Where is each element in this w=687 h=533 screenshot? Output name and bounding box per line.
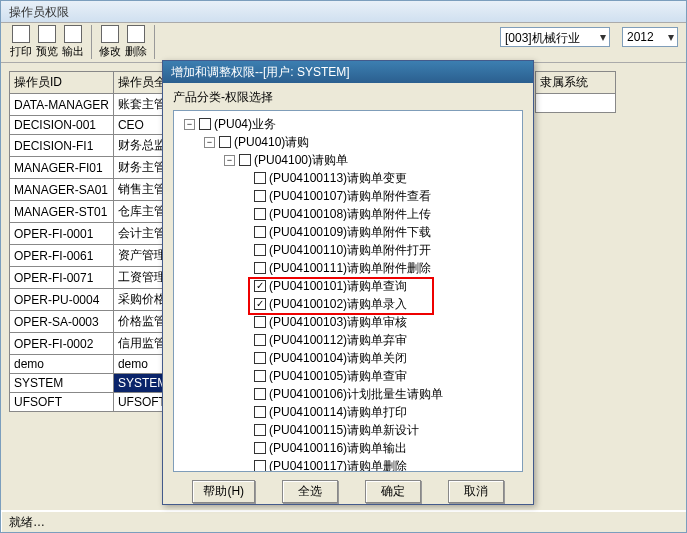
tree-label: (PU04100110)请购单附件打开 [269, 241, 431, 259]
collapse-icon[interactable]: − [184, 119, 195, 130]
tree-label: (PU04)业务 [214, 115, 276, 133]
tree-label: (PU04100112)请购单弃审 [269, 331, 407, 349]
tree-item[interactable]: (PU04100117)请购单删除 [176, 457, 520, 472]
tree-label: (PU04100109)请购单附件下载 [269, 223, 431, 241]
tree-item[interactable]: (PU04100114)请购单打印 [176, 403, 520, 421]
table-row[interactable]: OPER-PU-0004采购价格 [10, 289, 172, 311]
permission-tree[interactable]: −(PU04)业务 −(PU0410)请购 −(PU04100)请购单 (PU0… [173, 110, 523, 472]
checkbox[interactable] [199, 118, 211, 130]
cell-id: UFSOFT [10, 393, 114, 412]
tree-item[interactable]: (PU04100101)请购单查询 [176, 277, 520, 295]
cell-id: MANAGER-FI01 [10, 157, 114, 179]
table-row[interactable]: OPER-FI-0061资产管理 [10, 245, 172, 267]
tree-item[interactable]: (PU04100113)请购单变更 [176, 169, 520, 187]
toolbar: 打印 预览 输出 修改 删除 [003]机械行业 2012 [1, 23, 686, 63]
cell-id: OPER-PU-0004 [10, 289, 114, 311]
table-row[interactable]: DECISION-001CEO [10, 116, 172, 135]
table-row[interactable]: DATA-MANAGER账套主管 [10, 94, 172, 116]
checkbox[interactable] [254, 262, 266, 274]
col-id[interactable]: 操作员ID [10, 72, 114, 94]
table-row[interactable]: OPER-FI-0001会计主管 [10, 223, 172, 245]
print-icon [12, 25, 30, 43]
dialog-title: 增加和调整权限--[用户: SYSTEM] [163, 61, 533, 83]
table-row[interactable]: MANAGER-FI01财务主管 [10, 157, 172, 179]
checkbox[interactable] [254, 334, 266, 346]
checkbox[interactable] [254, 244, 266, 256]
help-button[interactable]: 帮助(H) [192, 480, 255, 503]
checkbox[interactable] [254, 298, 266, 310]
print-button[interactable]: 打印 [9, 25, 33, 59]
tree-item[interactable]: (PU04100115)请购单新设计 [176, 421, 520, 439]
modify-button[interactable]: 修改 [98, 25, 122, 59]
checkbox[interactable] [254, 208, 266, 220]
table-row[interactable]: SYSTEMSYSTEM [10, 374, 172, 393]
tree-label: (PU04100104)请购单关闭 [269, 349, 407, 367]
tree-label: (PU04100101)请购单查询 [269, 277, 407, 295]
table-row[interactable]: OPER-FI-0002信用监管 [10, 333, 172, 355]
select-all-button[interactable]: 全选 [282, 480, 338, 503]
tree-item[interactable]: (PU04100110)请购单附件打开 [176, 241, 520, 259]
tree-item[interactable]: (PU04100104)请购单关闭 [176, 349, 520, 367]
tree-label: (PU04100108)请购单附件上传 [269, 205, 431, 223]
cell-id: OPER-FI-0002 [10, 333, 114, 355]
output-button[interactable]: 输出 [61, 25, 85, 59]
table-row[interactable]: UFSOFTUFSOFT [10, 393, 172, 412]
table-row[interactable]: OPER-FI-0071工资管理 [10, 267, 172, 289]
tree-item[interactable]: (PU04100106)计划批量生请购单 [176, 385, 520, 403]
tree-item[interactable]: (PU04100105)请购单查审 [176, 367, 520, 385]
tree-label: (PU04100106)计划批量生请购单 [269, 385, 443, 403]
cell-id: DECISION-FI1 [10, 135, 114, 157]
filter-combo[interactable]: [003]机械行业 [500, 27, 610, 47]
checkbox[interactable] [254, 442, 266, 454]
collapse-icon[interactable]: − [204, 137, 215, 148]
checkbox[interactable] [254, 460, 266, 472]
tree-item[interactable]: (PU04100116)请购单输出 [176, 439, 520, 457]
table-row[interactable]: MANAGER-ST01仓库主管 [10, 201, 172, 223]
tree-label: (PU04100116)请购单输出 [269, 439, 407, 457]
checkbox[interactable] [219, 136, 231, 148]
tree-item[interactable]: (PU04100112)请购单弃审 [176, 331, 520, 349]
tree-item[interactable]: (PU04100111)请购单附件删除 [176, 259, 520, 277]
checkbox[interactable] [254, 352, 266, 364]
table-row[interactable]: OPER-SA-0003价格监管 [10, 311, 172, 333]
table-row[interactable]: demodemo [10, 355, 172, 374]
checkbox[interactable] [254, 316, 266, 328]
checkbox[interactable] [254, 370, 266, 382]
tree-item[interactable]: (PU04100107)请购单附件查看 [176, 187, 520, 205]
checkbox[interactable] [254, 388, 266, 400]
checkbox[interactable] [254, 424, 266, 436]
preview-button[interactable]: 预览 [35, 25, 59, 59]
main-title: 操作员权限 [1, 1, 686, 23]
table-row[interactable]: DECISION-FI1财务总监 [10, 135, 172, 157]
tree-label: (PU04100107)请购单附件查看 [269, 187, 431, 205]
collapse-icon[interactable]: − [224, 155, 235, 166]
cell-id: DATA-MANAGER [10, 94, 114, 116]
checkbox[interactable] [254, 280, 266, 292]
table-row[interactable]: MANAGER-SA01销售主管 [10, 179, 172, 201]
tree-label: (PU04100115)请购单新设计 [269, 421, 419, 439]
ok-button[interactable]: 确定 [365, 480, 421, 503]
group-label: 产品分类-权限选择 [173, 89, 523, 106]
tree-item[interactable]: (PU04100103)请购单审核 [176, 313, 520, 331]
cell-id: DECISION-001 [10, 116, 114, 135]
cancel-button[interactable]: 取消 [448, 480, 504, 503]
checkbox[interactable] [254, 226, 266, 238]
cell-id: OPER-FI-0001 [10, 223, 114, 245]
checkbox[interactable] [254, 406, 266, 418]
tree-label: (PU04100103)请购单审核 [269, 313, 407, 331]
tree-label: (PU0410)请购 [234, 133, 309, 151]
checkbox[interactable] [254, 190, 266, 202]
tree-item[interactable]: (PU04100109)请购单附件下载 [176, 223, 520, 241]
tree-label: (PU04100111)请购单附件删除 [269, 259, 431, 277]
tree-item[interactable]: (PU04100102)请购单录入 [176, 295, 520, 313]
col-sys[interactable]: 隶属系统 [536, 72, 616, 94]
preview-icon [38, 25, 56, 43]
year-combo[interactable]: 2012 [622, 27, 678, 47]
delete-button[interactable]: 删除 [124, 25, 148, 59]
checkbox[interactable] [254, 172, 266, 184]
output-icon [64, 25, 82, 43]
checkbox[interactable] [239, 154, 251, 166]
tree-item[interactable]: (PU04100108)请购单附件上传 [176, 205, 520, 223]
permission-dialog: 增加和调整权限--[用户: SYSTEM] 产品分类-权限选择 −(PU04)业… [162, 60, 534, 505]
cell-id: demo [10, 355, 114, 374]
